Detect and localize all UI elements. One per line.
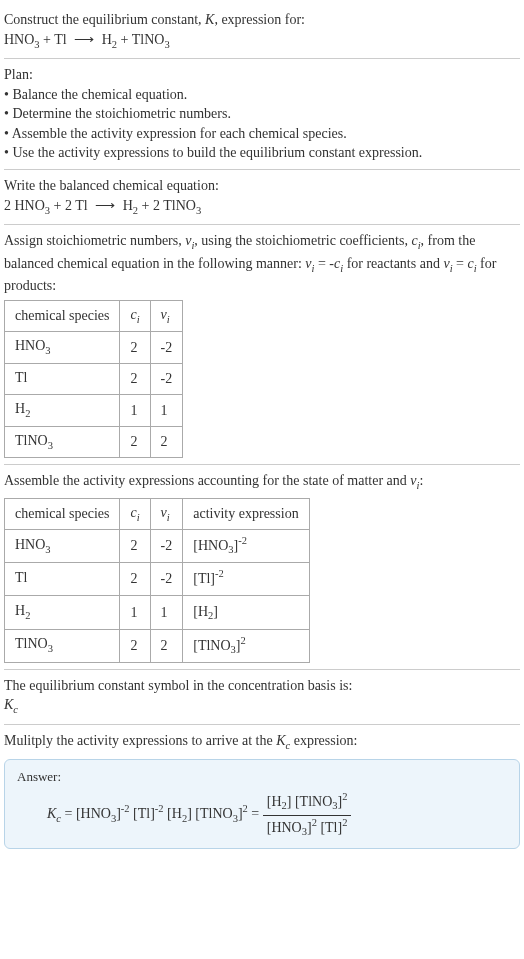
plan-title: Plan: — [4, 65, 520, 85]
text: , using the stoichiometric coefficients, — [194, 233, 411, 248]
text: HNO — [15, 338, 45, 353]
symbol-text: The equilibrium constant symbol in the c… — [4, 676, 520, 696]
plan-bullet: • Use the activity expressions to build … — [4, 143, 520, 163]
k: K — [4, 697, 13, 712]
cell-species: TlNO3 — [5, 426, 120, 457]
table-header-row: chemical species ci νi — [5, 300, 183, 331]
arrow-icon: ⟶ — [74, 30, 94, 50]
sup: -2 — [155, 804, 164, 815]
answer-equation: Kc = [HNO3]-2 [Tl]-2 [H2] [TlNO3]2 = [H2… — [17, 790, 507, 839]
text: [Tl] — [193, 571, 215, 586]
text: [H — [193, 604, 208, 619]
sup: 2 — [342, 817, 347, 828]
table-row: H2 1 1 [H2] — [5, 596, 310, 629]
answer-label: Answer: — [17, 768, 507, 786]
sup: 2 — [342, 791, 347, 802]
sup: -2 — [238, 535, 247, 546]
sub: 3 — [45, 345, 50, 356]
text: HNO — [15, 537, 45, 552]
cell-expr: [H2] — [183, 596, 309, 629]
text: expression: — [290, 733, 357, 748]
sub: i — [167, 511, 170, 522]
col-ci: ci — [120, 498, 150, 529]
text: H — [119, 198, 133, 213]
cell-species: HNO3 — [5, 530, 120, 563]
plan-bullet: • Balance the chemical equation. — [4, 85, 520, 105]
numerator: [H2] [TlNO3]2 — [263, 790, 352, 815]
cell-ci: 2 — [120, 332, 150, 363]
text: [HNO — [267, 819, 302, 834]
text: Assemble the activity expressions accoun… — [4, 473, 410, 488]
construct-line: Construct the equilibrium constant, K, e… — [4, 10, 520, 30]
cell-nui: -2 — [150, 332, 183, 363]
text: TlNO — [15, 636, 48, 651]
sub: i — [137, 313, 140, 324]
cell-species: HNO3 — [5, 332, 120, 363]
table-row: H2 1 1 — [5, 395, 183, 426]
text: Tl — [15, 570, 27, 585]
col-species: chemical species — [5, 300, 120, 331]
cell-ci: 2 — [120, 563, 150, 596]
text: 2 HNO — [4, 198, 45, 213]
cell-species: H2 — [5, 395, 120, 426]
table-row: Tl 2 -2 [Tl]-2 — [5, 563, 310, 596]
sub: 3 — [48, 439, 53, 450]
table-row: Tl 2 -2 — [5, 363, 183, 394]
text: [HNO — [193, 538, 228, 553]
text: = — [453, 256, 468, 271]
cell-expr: [TlNO3]2 — [183, 629, 309, 662]
eq: = — [248, 806, 263, 821]
cell-nui: 2 — [150, 629, 183, 662]
k-symbol: K — [205, 12, 214, 27]
cell-ci: 2 — [120, 629, 150, 662]
cell-species: Tl — [5, 363, 120, 394]
text: = - — [314, 256, 334, 271]
table-row: TlNO3 2 2 — [5, 426, 183, 457]
text: + 2 Tl — [50, 198, 91, 213]
table-header-row: chemical species ci νi activity expressi… — [5, 498, 310, 529]
cell-species: H2 — [5, 596, 120, 629]
sub: i — [167, 313, 170, 324]
stoich-table: chemical species ci νi HNO3 2 -2 Tl 2 -2… — [4, 300, 183, 458]
activity-text: Assemble the activity expressions accoun… — [4, 471, 520, 493]
activity-section: Assemble the activity expressions accoun… — [4, 465, 520, 670]
text: : — [419, 473, 423, 488]
stoich-text: Assign stoichiometric numbers, νi, using… — [4, 231, 520, 296]
activity-table: chemical species ci νi activity expressi… — [4, 498, 310, 663]
cell-nui: -2 — [150, 363, 183, 394]
fraction: [H2] [TlNO3]2[HNO3]2 [Tl]2 — [263, 790, 352, 839]
text: for reactants and — [343, 256, 443, 271]
sub: c — [13, 704, 18, 715]
text: + TlNO — [117, 32, 164, 47]
cell-species: Tl — [5, 563, 120, 596]
arrow-icon: ⟶ — [95, 196, 115, 216]
sub: 3 — [196, 204, 201, 215]
col-nui: νi — [150, 498, 183, 529]
table-row: HNO3 2 -2 [HNO3]-2 — [5, 530, 310, 563]
table-row: TlNO3 2 2 [TlNO3]2 — [5, 629, 310, 662]
text: ] [TlNO — [287, 794, 333, 809]
text: [H — [267, 794, 282, 809]
eq: = — [61, 806, 76, 821]
col-nui: νi — [150, 300, 183, 331]
balanced-section: Write the balanced chemical equation: 2 … — [4, 170, 520, 225]
text: [HNO — [76, 806, 111, 821]
cell-ci: 1 — [120, 596, 150, 629]
kc-symbol: Kc — [4, 695, 520, 717]
text: Mulitply the activity expressions to arr… — [4, 733, 276, 748]
cell-nui: 2 — [150, 426, 183, 457]
cell-nui: 1 — [150, 596, 183, 629]
text: [TlNO — [193, 637, 230, 652]
sub: i — [137, 511, 140, 522]
balanced-title: Write the balanced chemical equation: — [4, 176, 520, 196]
text: ] — [213, 604, 218, 619]
table-row: HNO3 2 -2 — [5, 332, 183, 363]
plan-section: Plan: • Balance the chemical equation. •… — [4, 59, 520, 170]
k: K — [276, 733, 285, 748]
text: [Tl] — [317, 819, 342, 834]
sub: 3 — [45, 544, 50, 555]
cell-nui: -2 — [150, 563, 183, 596]
answer-box: Answer: Kc = [HNO3]-2 [Tl]-2 [H2] [TlNO3… — [4, 759, 520, 848]
col-expr: activity expression — [183, 498, 309, 529]
text: + Tl — [40, 32, 71, 47]
